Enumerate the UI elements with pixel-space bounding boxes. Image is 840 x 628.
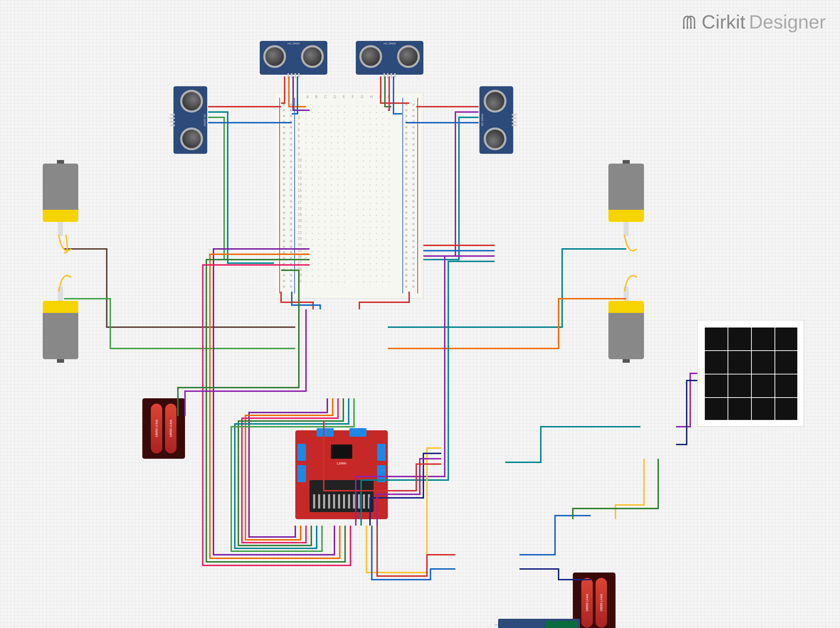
hcsr04-label: HC-SR04 [287,42,300,45]
motor-body-icon [608,313,644,359]
logo-brand: Cirkit [702,11,745,33]
battery-cell-icon [151,404,162,453]
hcsr04-label: HC-SR04 [481,114,484,126]
l298n-terminal [377,444,386,461]
dc-motor-bottom-right[interactable] [608,288,644,359]
hcsr04-label: HC-SR04 [203,114,206,126]
hc06-pins [494,622,498,628]
rail-positive-icon [417,98,418,293]
motor-body-icon [43,313,78,359]
transducer-icon [180,90,203,113]
l298n-chip-icon [331,444,352,459]
svg-point-0 [683,27,685,29]
battery-holder-left[interactable] [142,398,185,459]
heatsink-icon [309,480,374,512]
motor-body-icon [43,164,78,210]
transducer-icon [484,127,507,150]
transducer-icon [359,45,382,68]
breadboard[interactable]: A B C D E F G H I J 12345678910111213141… [274,93,423,299]
transducer-icon [484,90,507,113]
bluetooth-hc06[interactable] [498,619,580,628]
l298n-terminal [349,428,366,437]
logo-product: Designer [749,11,826,33]
hcsr04-pins [384,73,396,78]
motor-cap-icon [608,301,644,314]
svg-point-2 [690,27,692,29]
motor-body-icon [608,164,644,210]
breadboard-column-labels: A B C D E F G H I J [306,95,392,99]
breadboard-rail [405,104,407,288]
battery-cell-icon [581,578,593,628]
ultrasonic-sensor-right[interactable]: HC-SR04 [480,87,513,154]
transducer-icon [180,127,203,150]
l298n-label: L298N [337,461,347,465]
ultrasonic-sensor-top-left[interactable]: HC-SR04 [260,41,327,75]
motor-shaft-icon [624,286,628,301]
app-logo: Cirkit Designer [680,11,826,33]
ultrasonic-sensor-top-right[interactable]: HC-SR04 [356,41,423,75]
motor-shaft-icon [58,286,63,301]
solar-panel[interactable] [697,320,804,427]
hcsr04-pins [287,73,300,78]
transducer-icon [301,45,324,68]
motor-cap-icon [43,209,78,222]
dc-motor-top-right[interactable] [608,164,644,235]
svg-point-1 [686,27,688,29]
dc-motor-bottom-left[interactable] [43,288,78,359]
breadboard-rail [290,104,292,288]
transducer-icon [397,45,420,68]
motor-shaft-icon [58,222,63,236]
ultrasonic-sensor-left[interactable]: HC-SR04 [174,87,207,154]
battery-cell-icon [595,578,607,628]
l298n-terminal [297,465,306,482]
motor-cap-icon [608,209,644,222]
svg-point-3 [693,27,696,29]
motor-driver-l298n[interactable]: L298N [295,430,388,519]
hc06-chip-icon [546,621,578,628]
solar-cells-icon [704,327,797,420]
breadboard-row-labels: 1234567891011121314151617181920212223242… [298,103,302,284]
breadboard-gap [345,100,352,291]
hcsr04-pins [512,114,517,126]
battery-cell-icon [165,404,177,453]
l298n-terminal [297,444,306,461]
rail-negative-icon [294,98,295,293]
motor-cap-icon [43,301,78,314]
transducer-icon [263,45,286,68]
motor-shaft-icon [624,222,628,236]
rail-positive-icon [279,98,280,293]
logo-icon [680,13,698,31]
breadboard-rail [412,104,414,288]
l298n-terminal [377,465,386,482]
dc-motor-top-left[interactable] [43,164,78,235]
hcsr04-pins [170,114,175,126]
l298n-terminal [317,428,334,437]
breadboard-rail [283,104,285,288]
hcsr04-label: HC-SR04 [384,42,396,45]
rail-negative-icon [403,98,403,293]
